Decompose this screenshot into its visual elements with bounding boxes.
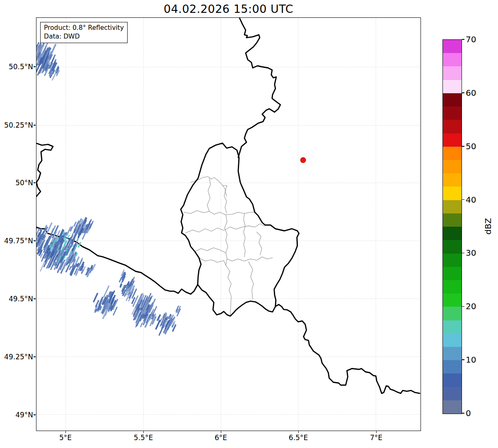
colorbar-tick-mark	[462, 199, 464, 200]
colorbar-tick-label: 40	[466, 195, 476, 205]
y-axis-tick-mark	[34, 414, 36, 415]
y-axis-tick-label: 49.5°N	[0, 295, 33, 303]
colorbar-segment	[443, 227, 462, 240]
y-axis-tick-label: 49.75°N	[0, 237, 33, 245]
colorbar-segment	[443, 173, 462, 186]
figure-title: 04.02.2026 15:00 UTC	[36, 2, 421, 15]
colorbar-segment	[443, 387, 462, 400]
colorbar-tick-label: 30	[466, 248, 476, 258]
y-axis-tick-label: 50.25°N	[0, 121, 33, 129]
colorbar	[442, 39, 462, 414]
luxembourg-border	[181, 143, 299, 316]
radar-echo-streak	[156, 320, 160, 329]
colorbar-segment	[443, 254, 462, 267]
belgium-france-border-west	[36, 143, 53, 197]
colorbar-segment	[443, 40, 462, 53]
map-plot-area: Product: 0.8° Reflectivity Data: DWD	[36, 17, 421, 431]
colorbar-segment	[443, 280, 462, 293]
x-axis-tick-mark	[143, 431, 144, 433]
colorbar-segment	[443, 400, 462, 414]
radar-echo-streak	[74, 222, 76, 226]
radar-echo-streak	[66, 265, 69, 272]
radar-echo-streak	[36, 234, 37, 238]
x-axis-tick-mark	[221, 431, 222, 433]
radar-echo-streak	[94, 293, 98, 302]
product-annotation-line2: Data: DWD	[44, 32, 124, 41]
echo-cluster-south-band-1	[94, 286, 118, 319]
colorbar-segment	[443, 133, 462, 147]
canton-boundary-line	[226, 265, 231, 315]
x-axis-tick-label: 7°E	[358, 433, 395, 442]
colorbar-segment	[443, 107, 462, 120]
colorbar-segment	[443, 373, 462, 387]
y-axis-tick-label: 50°N	[0, 179, 33, 187]
y-axis-tick-label: 49°N	[0, 411, 33, 419]
colorbar-tick-mark	[462, 413, 464, 414]
canton-boundary-line	[227, 257, 273, 261]
y-axis-tick-label: 49.25°N	[0, 353, 33, 361]
y-axis-tick-mark	[34, 182, 36, 183]
colorbar-segment	[443, 293, 462, 307]
canton-boundary-line	[222, 185, 227, 213]
echo-cluster-south-band-top	[119, 269, 126, 282]
colorbar-tick-mark	[462, 92, 464, 93]
colorbar-tick-label: 0	[466, 408, 471, 418]
colorbar-segment	[443, 307, 462, 320]
radar-echo-streak	[140, 322, 143, 327]
colorbar-segment	[443, 120, 462, 133]
colorbar-unit-label: dBZ	[483, 210, 493, 243]
y-axis-tick-mark	[34, 298, 36, 299]
colorbar-segment	[443, 200, 462, 213]
canton-boundary-line	[249, 262, 254, 299]
belgium-germany-border	[238, 18, 280, 157]
x-axis-tick-label: 5°E	[47, 433, 84, 442]
colorbar-segment	[443, 334, 462, 347]
echo-cluster-south-band-3	[132, 293, 157, 327]
echo-cluster-west-cluster-bit	[82, 264, 95, 277]
colorbar-tick-mark	[462, 39, 464, 40]
radar-site-marker	[300, 157, 306, 163]
colorbar-segment	[443, 66, 462, 80]
colorbar-tick-label: 60	[466, 88, 476, 98]
radar-figure: 04.02.2026 15:00 UTC Product: 0.8° Refle…	[0, 0, 498, 448]
x-axis-tick-mark	[298, 431, 299, 433]
canton-boundary-line	[225, 215, 228, 265]
colorbar-segment	[443, 160, 462, 173]
echo-cluster-isolated-streak	[176, 306, 181, 316]
colorbar-tick-mark	[462, 306, 464, 307]
canton-boundary-line	[195, 248, 226, 253]
france-germany-border	[276, 305, 420, 394]
colorbar-segment	[443, 93, 462, 107]
x-axis-tick-label: 6°E	[202, 433, 239, 442]
colorbar-tick-label: 50	[466, 141, 476, 151]
y-axis-tick-mark	[34, 125, 36, 126]
colorbar-tick-label: 20	[466, 301, 476, 311]
y-axis-tick-mark	[34, 240, 36, 241]
colorbar-segment	[443, 147, 462, 160]
colorbar-segment	[443, 186, 462, 200]
colorbar-tick-label: 70	[466, 34, 476, 44]
colorbar-segment	[443, 53, 462, 66]
x-axis-tick-label: 6.5°E	[280, 433, 317, 442]
colorbar-segment	[443, 213, 462, 227]
colorbar-segment	[443, 240, 462, 253]
colorbar-segment	[443, 267, 462, 280]
x-axis-tick-label: 5.5°E	[125, 433, 162, 442]
product-annotation: Product: 0.8° Reflectivity Data: DWD	[40, 22, 128, 43]
radar-echo-streak	[69, 266, 71, 270]
y-axis-tick-mark	[34, 66, 36, 67]
colorbar-tick-label: 10	[466, 355, 476, 365]
x-axis-tick-mark	[376, 431, 377, 433]
colorbar-segment	[443, 320, 462, 334]
canton-boundary-line	[207, 178, 210, 211]
canton-boundary-line	[244, 213, 245, 257]
radar-map-canvas	[36, 18, 421, 431]
colorbar-segment	[443, 360, 462, 373]
x-axis-tick-mark	[65, 431, 66, 433]
colorbar-tick-mark	[462, 253, 464, 254]
colorbar-segment	[443, 347, 462, 360]
echo-cluster-west-cluster-ne	[70, 217, 93, 241]
y-axis-tick-label: 50.5°N	[0, 63, 33, 71]
y-axis-tick-mark	[34, 356, 36, 357]
radar-echo-streak	[51, 44, 56, 53]
